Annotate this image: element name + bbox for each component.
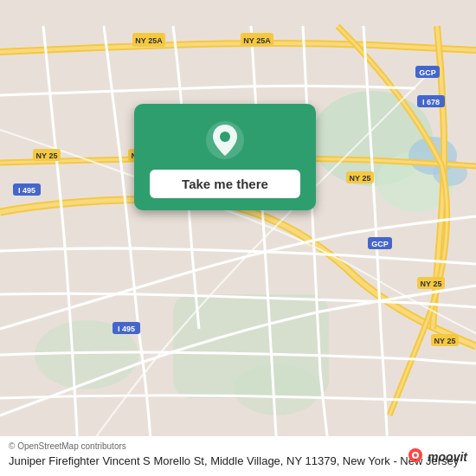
location-pin-icon	[204, 119, 246, 161]
svg-text:I 495: I 495	[18, 186, 35, 195]
moovit-text: moovit	[428, 450, 467, 464]
svg-text:NY 25A: NY 25A	[135, 36, 163, 45]
svg-text:GCP: GCP	[371, 240, 389, 248]
svg-text:GCP: GCP	[419, 68, 436, 77]
map-background: NY 25A NY 25A NY 25 NY 25 NY 25 NY 25 I …	[0, 0, 476, 476]
svg-text:I 678: I 678	[422, 98, 440, 106]
popup-card: Take me there	[134, 104, 316, 210]
moovit-logo: moovit	[405, 447, 467, 467]
svg-text:I 495: I 495	[118, 325, 135, 333]
attribution-text: © OpenStreetMap contributors	[9, 441, 467, 451]
svg-text:NY 25: NY 25	[36, 151, 58, 160]
svg-text:NY 25: NY 25	[350, 174, 371, 183]
map-container: NY 25A NY 25A NY 25 NY 25 NY 25 NY 25 I …	[0, 0, 476, 476]
take-me-there-button[interactable]: Take me there	[150, 170, 300, 198]
svg-text:NY 25: NY 25	[434, 337, 456, 345]
svg-point-33	[220, 132, 230, 142]
svg-point-36	[414, 453, 417, 457]
moovit-icon	[405, 447, 426, 467]
svg-text:NY 25A: NY 25A	[243, 36, 271, 45]
svg-text:NY 25: NY 25	[421, 280, 442, 288]
bottom-bar: © OpenStreetMap contributors Juniper Fir…	[0, 436, 476, 476]
address-text: Juniper Firefighter Vincent S Morello St…	[9, 453, 467, 469]
svg-point-5	[234, 363, 320, 415]
